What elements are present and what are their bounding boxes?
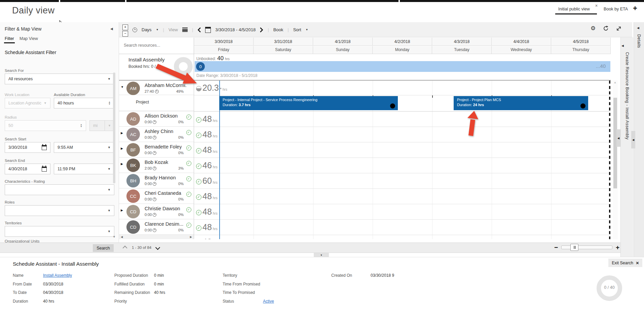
- resource-name[interactable]: Christie Dawson: [145, 206, 180, 211]
- available-duration-input[interactable]: 40 hours ▲▼: [54, 98, 114, 108]
- expand-left-icon[interactable]: ◀: [621, 44, 624, 47]
- gear-icon[interactable]: ⚙: [591, 25, 596, 32]
- resource-stats: 0:00 0%: [145, 228, 188, 232]
- name-link[interactable]: Install Assembly: [43, 273, 72, 278]
- resource-list-hscrollbar[interactable]: ◀ ▶: [119, 235, 194, 239]
- details-strip-label[interactable]: Details: [637, 34, 641, 48]
- scale-select[interactable]: Days: [142, 27, 152, 32]
- work-location-select: Location Agnostic ▼: [5, 98, 50, 108]
- resource-name[interactable]: Brady Hannon: [145, 175, 176, 180]
- list-view-icon[interactable]: [182, 28, 188, 32]
- roles-select[interactable]: ▼: [5, 205, 114, 216]
- stepper-icon[interactable]: ▲▼: [108, 101, 111, 105]
- close-tab-icon[interactable]: ×: [595, 3, 598, 8]
- expand-caret-icon[interactable]: ▶: [121, 162, 123, 166]
- scroll-down-icon[interactable]: ▼: [113, 235, 116, 238]
- search-start-date[interactable]: 3/30/2018: [5, 142, 50, 153]
- date-range-label[interactable]: 3/30/2018 - 4/5/2018: [215, 27, 256, 32]
- search-button[interactable]: Search: [93, 244, 114, 252]
- characteristics-select[interactable]: ▼: [5, 184, 114, 195]
- calendar-icon[interactable]: [205, 27, 211, 33]
- timeline-row[interactable]: 48 hrs: [194, 127, 611, 142]
- next-period-icon[interactable]: [260, 27, 263, 33]
- refresh-icon[interactable]: [603, 26, 609, 31]
- timeline-row[interactable]: 48 hrs: [194, 189, 611, 204]
- timeline-row[interactable]: 60 hrs: [194, 173, 611, 189]
- search-start-date-value: 3/30/2018: [8, 145, 27, 150]
- scroll-up-icon[interactable]: ▲: [614, 81, 616, 84]
- calendar-icon[interactable]: [42, 145, 47, 150]
- resource-row[interactable]: CD Clarence Desim... 0:00 0%: [119, 219, 194, 235]
- tab-map-view[interactable]: Map View: [20, 36, 38, 41]
- expand-caret-icon[interactable]: ▶: [121, 147, 123, 150]
- resource-name[interactable]: Ashley Chinn: [145, 129, 173, 134]
- collapse-panel-icon[interactable]: ◀: [110, 27, 113, 31]
- zoom-in-icon[interactable]: +: [616, 244, 619, 251]
- expand-caret-icon[interactable]: ▶: [121, 209, 123, 212]
- expand-left-icon[interactable]: ◀: [637, 26, 639, 30]
- unbooked-demand-bar[interactable]: 0 ...40: [195, 61, 610, 72]
- resource-row[interactable]: ▶ AC Ashley Chinn 0:00 0%: [119, 127, 194, 142]
- timeline-row[interactable]: 20.3* hrs: [194, 81, 611, 95]
- resource-stats: 2:00 3%: [145, 166, 188, 170]
- zoom-slider-track[interactable]: [561, 246, 612, 249]
- resource-name[interactable]: Cheri Castaneda: [145, 190, 181, 196]
- resource-row[interactable]: ▶ BK Bob Kozak 2:00 3%: [119, 158, 194, 173]
- expand-icon[interactable]: [616, 26, 621, 31]
- available-check-icon: [186, 192, 191, 197]
- exit-search-button[interactable]: Exit Search ×: [608, 259, 642, 267]
- timeline-row[interactable]: 48 hrs: [194, 220, 611, 235]
- resource-row[interactable]: AD Allison Dickson 0:00 0%: [119, 111, 194, 127]
- search-for-select[interactable]: All resources ▼: [5, 74, 114, 84]
- scroll-right-icon[interactable]: ▶: [190, 235, 192, 238]
- resource-name[interactable]: Bernadette Foley: [145, 144, 182, 149]
- board-vscrollbar[interactable]: ▲: [613, 80, 618, 239]
- resource-row[interactable]: ▶ BF Bernadette Foley 0:00 0%: [119, 142, 194, 158]
- timeline-row[interactable]: 46 hrs: [194, 158, 611, 173]
- calendar-icon[interactable]: [42, 167, 47, 172]
- zoom-in-button[interactable]: +: [122, 25, 128, 30]
- tab-filter[interactable]: Filter: [5, 36, 14, 41]
- resource-row[interactable]: BH Brady Hannon 0:00 0%: [119, 173, 194, 188]
- resource-row[interactable]: ▶ CD Christie Dawson 0:00 0%: [119, 204, 194, 219]
- previous-period-icon[interactable]: [197, 27, 201, 33]
- create-booking-strip-label[interactable]: Create Resource Booking - Install Assemb…: [625, 52, 630, 140]
- resource-search-input[interactable]: [123, 43, 188, 48]
- territories-select[interactable]: ▼: [5, 226, 114, 237]
- expand-caret-icon[interactable]: ▶: [121, 131, 123, 135]
- resource-name[interactable]: Clarence Desim...: [145, 221, 183, 227]
- timeline-row[interactable]: 48 hrs: [194, 142, 611, 158]
- timeline-row[interactable]: 48 hrs: [194, 112, 611, 127]
- resource-name[interactable]: Bob Kozak: [145, 160, 168, 165]
- splitter-handle[interactable]: ◀: [616, 129, 620, 147]
- booking-bar-project-plan-mcs[interactable]: Project - Project Plan MCS Duration: 24 …: [454, 96, 588, 110]
- panel-scrollbar[interactable]: [113, 73, 115, 183]
- zoom-slider-handle[interactable]: [570, 244, 578, 251]
- resource-row[interactable]: CC Cheri Castaneda 0:00 0%: [119, 188, 194, 204]
- chevron-down-icon[interactable]: ▼: [306, 28, 308, 31]
- toolbar-separator: |: [163, 27, 164, 32]
- tab-book-by-eta[interactable]: Book by ETA: [604, 7, 628, 11]
- search-start-time[interactable]: 9:55 AM ▼: [54, 142, 114, 153]
- add-tab-button[interactable]: +: [633, 4, 637, 13]
- splitter-handle[interactable]: ◀: [631, 131, 635, 148]
- chevron-down-icon[interactable]: ▼: [156, 28, 159, 31]
- sort-button[interactable]: Sort: [293, 27, 301, 32]
- page-down-icon[interactable]: [155, 245, 160, 250]
- zoom-out-button[interactable]: −: [122, 31, 128, 37]
- book-button[interactable]: Book: [273, 27, 283, 32]
- collapse-caret-icon[interactable]: ▼: [121, 85, 124, 89]
- zoom-out-icon[interactable]: −: [554, 244, 558, 251]
- booking-bar-service-process[interactable]: Project - Internal Project - Service Pro…: [219, 96, 398, 110]
- field-value: 04/30/2018: [43, 290, 63, 295]
- timeline-row[interactable]: 48 hrs: [194, 204, 611, 220]
- resource-name[interactable]: Allison Dickson: [145, 113, 178, 119]
- booked-time: 0:00: [145, 213, 152, 217]
- search-end-time[interactable]: 11:59 PM ▼: [54, 164, 114, 174]
- status-link[interactable]: Active: [263, 299, 274, 304]
- scroll-left-icon[interactable]: ◀: [121, 235, 123, 238]
- resource-subrow-project[interactable]: Project: [119, 95, 194, 111]
- timeline-row-partial[interactable]: 48: [194, 235, 611, 239]
- tab-initial-public-view[interactable]: Initial public view: [558, 7, 590, 11]
- search-end-date[interactable]: 4/30/2018: [5, 164, 50, 174]
